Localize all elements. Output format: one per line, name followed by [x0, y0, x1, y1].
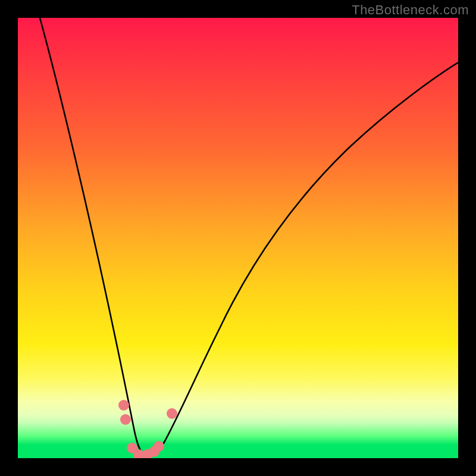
- curve-marker: [118, 400, 129, 411]
- marker-group: [118, 400, 177, 458]
- chart-frame: TheBottleneck.com: [0, 0, 476, 476]
- plot-area: [18, 18, 458, 458]
- curve-marker: [167, 408, 177, 419]
- curve-marker: [154, 441, 164, 452]
- chart-svg: [18, 18, 458, 458]
- curve-marker: [120, 414, 131, 425]
- bottleneck-curve: [40, 18, 458, 456]
- watermark-text: TheBottleneck.com: [352, 2, 469, 18]
